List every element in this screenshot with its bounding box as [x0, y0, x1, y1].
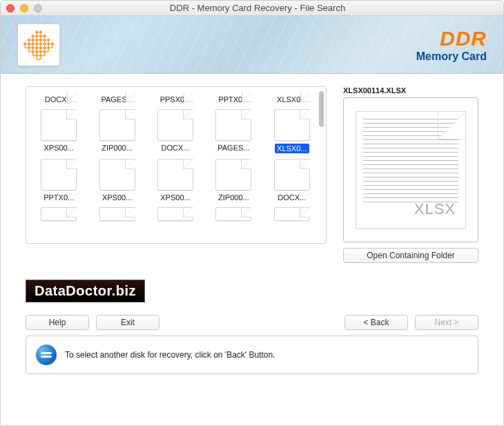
file-item[interactable]: DOCX... — [148, 109, 202, 153]
file-icon — [41, 109, 77, 141]
help-button[interactable]: Help — [26, 315, 89, 330]
file-label: ZIP000... — [218, 193, 249, 202]
file-item[interactable]: DOCX... — [265, 159, 319, 202]
file-icon — [157, 109, 193, 141]
file-icon — [274, 109, 310, 141]
file-label: XPS00... — [160, 193, 190, 202]
file-icon — [99, 159, 135, 191]
file-item[interactable]: DOCX... — [32, 93, 86, 104]
file-icon — [274, 159, 310, 191]
file-icon — [99, 207, 135, 221]
datadoctor-badge: DataDoctor.biz — [26, 280, 145, 302]
file-item[interactable]: ZIP000... — [90, 109, 144, 153]
file-icon — [41, 207, 77, 221]
file-label: XPS00... — [102, 193, 132, 202]
file-item[interactable]: XPS00... — [32, 109, 86, 153]
file-icon — [274, 207, 310, 221]
scrollbar-thumb[interactable] — [319, 91, 324, 127]
file-item[interactable]: XLSX0... — [265, 93, 319, 104]
brand-sub: Memory Card — [416, 50, 487, 63]
file-label: XPS00... — [43, 144, 73, 152]
main-content: DOCX... PAGES... PPSX0... PPTX0... XLSX0… — [1, 74, 503, 270]
file-item[interactable]: ZIP000... — [206, 159, 260, 202]
info-icon — [36, 345, 57, 365]
preview-panel: XLSX00114.XLSX XLSX Open Containing Fold… — [343, 86, 478, 263]
titlebar: DDR - Memory Card Recovery - File Search — [1, 1, 503, 16]
file-item[interactable] — [148, 207, 202, 221]
file-label: ZIP000... — [101, 144, 133, 152]
preview-filename: XLSX00114.XLSX — [343, 86, 478, 95]
file-item[interactable]: PAGES... — [206, 109, 260, 153]
brand-block: DDR Memory Card — [416, 27, 487, 63]
file-label: XLSX0... — [275, 144, 309, 153]
file-area: DOCX... PAGES... PPSX0... PPTX0... XLSX0… — [26, 86, 327, 263]
file-icon — [215, 109, 251, 141]
header-banner: DDR Memory Card — [1, 16, 503, 74]
app-logo — [17, 23, 60, 66]
preview-box: XLSX — [343, 97, 478, 242]
file-item[interactable]: XPS00... — [90, 159, 144, 202]
next-button: Next > — [415, 315, 478, 330]
info-text: To select another disk for recovery, cli… — [65, 350, 275, 360]
info-box: To select another disk for recovery, cli… — [26, 336, 478, 374]
button-row: Help Exit < Back Next > — [1, 302, 503, 336]
back-button[interactable]: < Back — [345, 315, 408, 330]
close-icon[interactable] — [6, 4, 14, 12]
open-containing-folder-button[interactable]: Open Containing Folder — [343, 248, 478, 263]
file-icon — [157, 207, 193, 221]
file-item-selected[interactable]: XLSX0... — [265, 109, 319, 153]
file-icon — [157, 159, 193, 191]
file-item[interactable] — [265, 207, 319, 221]
preview-lines — [363, 119, 458, 203]
file-label: PAGES... — [217, 144, 249, 152]
file-item[interactable]: PAGES... — [90, 93, 144, 104]
file-grid-container: DOCX... PAGES... PPSX0... PPTX0... XLSX0… — [26, 86, 327, 244]
file-item[interactable] — [90, 207, 144, 221]
file-label: DOCX... — [162, 144, 190, 152]
file-item[interactable]: XPS00... — [148, 159, 202, 202]
file-label: DOCX... — [278, 193, 306, 202]
preview-document-icon: XLSX — [356, 111, 466, 229]
exit-button[interactable]: Exit — [96, 315, 159, 330]
preview-ext: XLSX — [414, 200, 456, 218]
file-item[interactable] — [206, 207, 260, 221]
file-item[interactable]: PPTX0... — [32, 159, 86, 202]
file-icon — [99, 109, 135, 141]
window-title: DDR - Memory Card Recovery - File Search — [17, 3, 498, 13]
file-item[interactable]: PPSX0... — [148, 93, 202, 104]
file-grid: DOCX... PAGES... PPSX0... PPTX0... XLSX0… — [26, 87, 326, 226]
file-item[interactable]: PPTX0... — [206, 93, 260, 104]
logo-pattern-icon — [22, 28, 55, 61]
file-label: PPTX0... — [43, 193, 74, 202]
file-icon — [215, 159, 251, 191]
file-icon — [41, 159, 77, 191]
file-icon — [215, 207, 251, 221]
file-item[interactable] — [32, 207, 86, 221]
brand-ddr: DDR — [416, 27, 487, 50]
